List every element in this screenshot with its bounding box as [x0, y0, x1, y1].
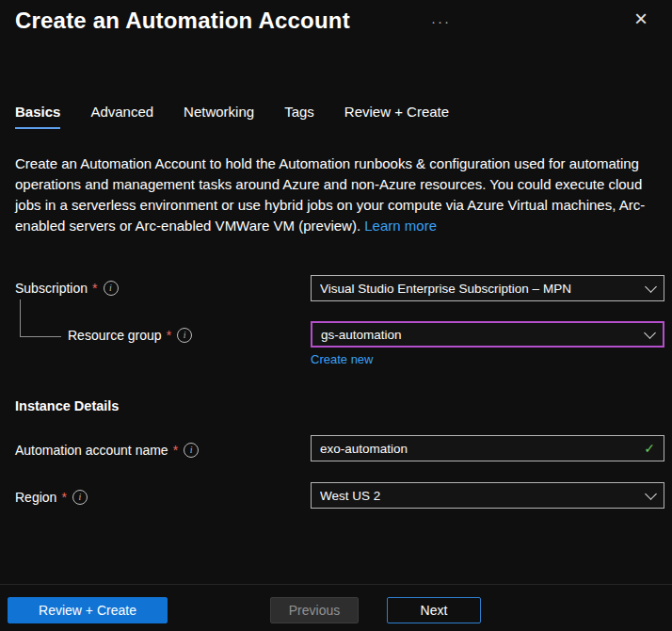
subscription-label: Subscription * i	[15, 281, 119, 296]
automation-account-name-input-wrapper[interactable]: ✓	[311, 435, 664, 461]
region-label: Region * i	[15, 490, 88, 505]
automation-account-name-label: Automation account name * i	[15, 443, 199, 458]
tab-tags[interactable]: Tags	[284, 104, 314, 129]
chevron-down-icon	[645, 488, 657, 500]
tab-networking[interactable]: Networking	[184, 104, 254, 129]
tab-bar: Basics Advanced Networking Tags Review +…	[15, 104, 449, 129]
close-icon[interactable]: ×	[634, 8, 648, 30]
resource-group-label: Resource group * i	[68, 328, 192, 343]
resource-group-dropdown[interactable]: gs-automation	[311, 321, 664, 348]
next-button[interactable]: Next	[387, 597, 481, 623]
description-text: Create an Automation Account to hold the…	[15, 155, 645, 234]
required-asterisk: *	[173, 443, 178, 458]
chevron-down-icon	[644, 327, 656, 339]
tab-review-create[interactable]: Review + Create	[344, 104, 449, 129]
create-new-link[interactable]: Create new	[311, 352, 373, 366]
region-label-text: Region	[15, 490, 56, 505]
automation-account-name-input[interactable]	[320, 442, 644, 456]
info-icon[interactable]: i	[72, 490, 88, 505]
valid-check-icon: ✓	[644, 441, 655, 456]
tree-connector	[20, 299, 61, 337]
subscription-label-text: Subscription	[15, 281, 88, 296]
region-dropdown[interactable]: West US 2	[311, 482, 664, 509]
automation-account-name-label-text: Automation account name	[15, 443, 168, 458]
required-asterisk: *	[92, 281, 97, 296]
resource-group-value: gs-automation	[321, 328, 402, 342]
info-icon[interactable]: i	[184, 443, 199, 458]
info-icon[interactable]: i	[104, 281, 119, 296]
page-title: Create an Automation Account	[15, 8, 350, 34]
chevron-down-icon	[645, 281, 657, 293]
tab-advanced[interactable]: Advanced	[90, 104, 153, 129]
subscription-dropdown[interactable]: Visual Studio Enterprise Subscription – …	[311, 275, 664, 301]
required-asterisk: *	[167, 328, 171, 343]
instance-details-heading: Instance Details	[15, 398, 119, 413]
previous-button[interactable]: Previous	[270, 597, 359, 623]
footer-divider	[0, 584, 672, 585]
create-automation-account-dialog: Create an Automation Account ··· × Basic…	[0, 0, 672, 631]
region-value: West US 2	[320, 489, 380, 503]
review-create-button[interactable]: Review + Create	[8, 597, 168, 623]
required-asterisk: *	[61, 490, 66, 505]
learn-more-link[interactable]: Learn more	[364, 218, 437, 234]
resource-group-label-text: Resource group	[68, 328, 162, 343]
info-icon[interactable]: i	[177, 328, 192, 343]
subscription-value: Visual Studio Enterprise Subscription – …	[320, 282, 571, 296]
more-options-icon[interactable]: ···	[431, 13, 451, 29]
tab-basics[interactable]: Basics	[15, 104, 60, 129]
description-paragraph: Create an Automation Account to hold the…	[15, 154, 659, 236]
